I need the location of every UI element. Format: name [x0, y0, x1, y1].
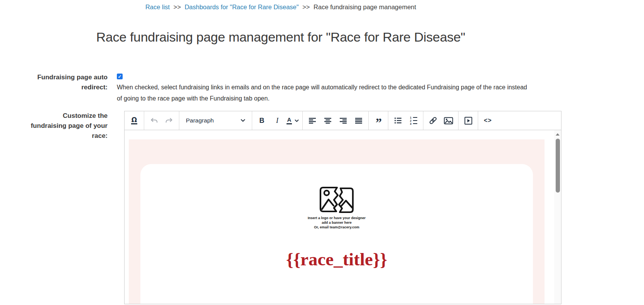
- breadcrumb-current: Race fundraising page management: [314, 3, 416, 10]
- fundraising-page-canvas: Insert a logo or have your designer add …: [129, 139, 545, 304]
- scrollbar-up-arrow[interactable]: [556, 133, 560, 136]
- auto-redirect-checkbox[interactable]: ✓: [117, 74, 123, 79]
- customize-content: Ω: [117, 111, 561, 304]
- justify-icon: [355, 118, 362, 124]
- align-right-button[interactable]: [335, 114, 351, 127]
- checkmark-icon: ✓: [118, 74, 121, 79]
- blockquote-icon: ”: [376, 119, 381, 126]
- breadcrumb: Race list >> Dashboards for "Race for Ra…: [0, 0, 561, 11]
- chevron-down-icon: [295, 119, 299, 122]
- italic-icon: I: [276, 116, 278, 125]
- page-title: Race fundraising page management for "Ra…: [0, 30, 561, 45]
- label-line: Fundraising page auto: [0, 72, 108, 82]
- breadcrumb-separator: >>: [174, 3, 181, 10]
- text-color-button[interactable]: A: [285, 114, 300, 127]
- stamp-button[interactable]: Ω: [126, 114, 142, 127]
- label-line: redirect:: [0, 82, 108, 92]
- race-title-token: {{race_title}}: [286, 249, 387, 270]
- align-left-button[interactable]: [305, 114, 320, 127]
- link-button[interactable]: [425, 114, 441, 127]
- toolbar-group-history: [144, 111, 179, 130]
- toolbar-group-align: [303, 111, 368, 130]
- italic-button[interactable]: I: [270, 114, 285, 127]
- undo-icon: [150, 117, 158, 124]
- text-color-icon: A: [287, 117, 292, 124]
- page-container: Race list >> Dashboards for "Race for Ra…: [0, 0, 561, 304]
- bullet-list-icon: [394, 117, 401, 124]
- image-icon: [444, 117, 453, 124]
- blockquote-button[interactable]: ”: [371, 114, 386, 127]
- auto-redirect-content: ✓ When checked, select fundraising links…: [117, 72, 561, 104]
- breadcrumb-separator: >>: [302, 3, 310, 10]
- link-icon: [429, 116, 437, 125]
- toolbar-group-lists: 1 2 3: [388, 111, 423, 130]
- stamp-icon: Ω: [131, 117, 137, 124]
- media-icon: [464, 117, 472, 125]
- toolbar-group-insert: [423, 111, 458, 130]
- align-right-icon: [340, 118, 347, 124]
- auto-redirect-help-text: When checked, select fundraising links i…: [117, 82, 529, 104]
- redo-button[interactable]: [162, 114, 177, 127]
- fundraising-page-card: Insert a logo or have your designer add …: [140, 164, 533, 304]
- form-row-auto-redirect: Fundraising page auto redirect: ✓ When c…: [0, 72, 561, 104]
- label-line: race:: [0, 131, 108, 141]
- toolbar-group-code: <>: [478, 111, 497, 130]
- customize-label: Customize the fundraising page of your r…: [0, 111, 108, 141]
- image-button[interactable]: [441, 114, 456, 127]
- redo-icon: [165, 117, 174, 124]
- align-center-icon: [324, 118, 332, 124]
- paragraph-format-select[interactable]: Paragraph: [181, 114, 250, 127]
- bullet-list-button[interactable]: [390, 114, 406, 127]
- source-code-icon: <>: [484, 117, 492, 124]
- label-line: fundraising page of your: [0, 121, 108, 131]
- bold-button[interactable]: B: [254, 114, 270, 127]
- editor-toolbar: Ω: [125, 111, 561, 130]
- paragraph-format-label: Paragraph: [186, 117, 214, 124]
- form-row-customize: Customize the fundraising page of your r…: [0, 111, 561, 304]
- align-center-button[interactable]: [320, 114, 335, 127]
- chevron-down-icon: [241, 119, 245, 122]
- media-button[interactable]: [460, 114, 476, 127]
- numbered-list-button[interactable]: 1 2 3: [406, 114, 421, 127]
- banner-placeholder-text: Insert a logo or have your designer add …: [308, 216, 366, 230]
- justify-button[interactable]: [351, 114, 366, 127]
- label-line: Customize the: [0, 111, 108, 121]
- management-form: Fundraising page auto redirect: ✓ When c…: [0, 72, 561, 304]
- numbered-list-icon: 1 2 3: [410, 117, 417, 125]
- source-code-button[interactable]: <>: [480, 114, 496, 127]
- breadcrumb-link-dashboards[interactable]: Dashboards for "Race for Rare Disease": [185, 3, 299, 10]
- bold-icon: B: [260, 117, 265, 125]
- toolbar-group-text-style: B I A: [252, 111, 302, 130]
- toolbar-group-stamp: Ω: [125, 111, 144, 130]
- undo-button[interactable]: [146, 114, 162, 127]
- editor-scrollbar: [554, 130, 561, 304]
- breadcrumb-link-race-list[interactable]: Race list: [145, 3, 170, 10]
- auto-redirect-label: Fundraising page auto redirect:: [0, 72, 108, 92]
- broken-image-icon: [319, 186, 354, 214]
- toolbar-group-media: [459, 111, 478, 130]
- scrollbar-thumb[interactable]: [556, 139, 560, 193]
- banner-placeholder: Insert a logo or have your designer add …: [308, 186, 366, 230]
- align-left-icon: [309, 118, 316, 124]
- toolbar-group-quote: ”: [369, 111, 388, 130]
- rich-text-editor: Ω: [124, 111, 561, 304]
- toolbar-group-format: Paragraph: [179, 111, 252, 130]
- editor-content-area[interactable]: Insert a logo or have your designer add …: [125, 130, 561, 304]
